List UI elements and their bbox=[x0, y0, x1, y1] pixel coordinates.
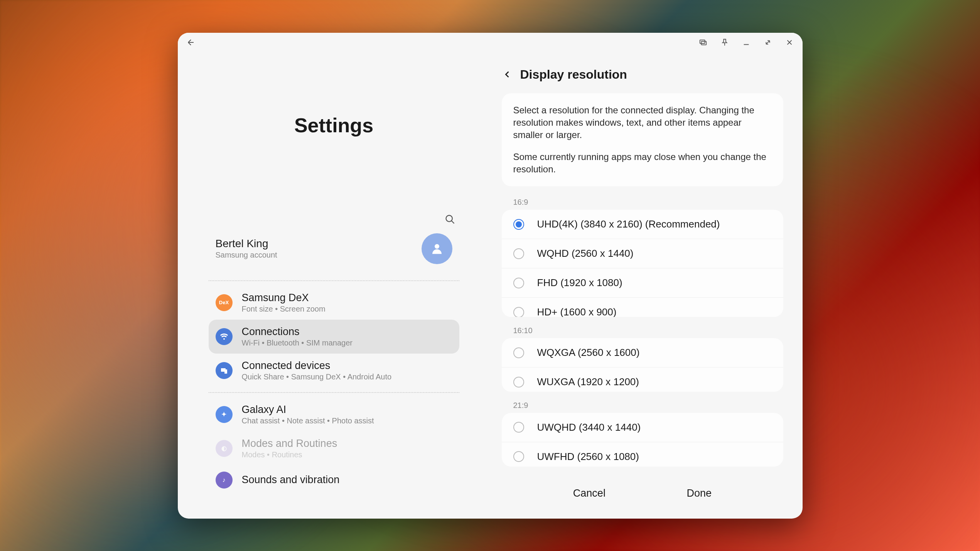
page-title: Settings bbox=[209, 114, 459, 137]
radio-label: WQXGA (2560 x 1600) bbox=[537, 347, 640, 359]
maximize-icon[interactable] bbox=[762, 37, 773, 48]
sidebar-item-label: Connected devices bbox=[242, 360, 392, 372]
window-titlebar bbox=[178, 33, 803, 52]
radio-group-16-9: UHD(4K) (3840 x 2160) (Recommended) WQHD… bbox=[502, 210, 783, 317]
sidebar-item-modes-routines[interactable]: ◐ Modes and Routines Modes • Routines bbox=[209, 431, 459, 465]
radio-label: UHD(4K) (3840 x 2160) (Recommended) bbox=[537, 218, 720, 230]
radio-option-uwfhd[interactable]: UWFHD (2560 x 1080) bbox=[502, 442, 783, 467]
sidebar-item-sub: Wi-Fi • Bluetooth • SIM manager bbox=[242, 339, 353, 347]
sidebar-item-label: Connections bbox=[242, 326, 353, 338]
sidebar-item-samsung-dex[interactable]: DeX Samsung DeX Font size • Screen zoom bbox=[209, 286, 459, 320]
group-label-16-10: 16:10 bbox=[513, 326, 783, 335]
svg-point-3 bbox=[435, 244, 439, 249]
chevron-left-icon[interactable] bbox=[502, 69, 513, 80]
sound-icon: ♪ bbox=[216, 472, 233, 489]
radio-option-uhd4k[interactable]: UHD(4K) (3840 x 2160) (Recommended) bbox=[502, 210, 783, 239]
monitor-icon[interactable] bbox=[698, 37, 708, 48]
wifi-icon bbox=[216, 328, 233, 345]
sidebar-item-sub: Modes • Routines bbox=[242, 450, 337, 459]
settings-window: Settings Bertel King Samsung account bbox=[178, 33, 803, 519]
dex-icon: DeX bbox=[216, 294, 233, 311]
detail-title: Display resolution bbox=[520, 67, 627, 82]
sidebar-item-galaxy-ai[interactable]: ✦ Galaxy AI Chat assist • Note assist • … bbox=[209, 398, 459, 431]
radio-button[interactable] bbox=[513, 219, 524, 230]
radio-group-21-9: UWQHD (3440 x 1440) UWFHD (2560 x 1080) bbox=[502, 413, 783, 467]
radio-label: WUXGA (1920 x 1200) bbox=[537, 376, 639, 388]
divider bbox=[209, 280, 459, 281]
sidebar-item-connections[interactable]: Connections Wi-Fi • Bluetooth • SIM mana… bbox=[209, 320, 459, 354]
sidebar-item-sub: Quick Share • Samsung DeX • Android Auto bbox=[242, 372, 392, 381]
account-name: Bertel King bbox=[216, 238, 277, 250]
settings-sidebar: Settings Bertel King Samsung account bbox=[178, 52, 490, 519]
group-label-16-9: 16:9 bbox=[513, 198, 783, 207]
radio-group-16-10: WQXGA (2560 x 1600) WUXGA (1920 x 1200) bbox=[502, 338, 783, 392]
radio-option-wqhd[interactable]: WQHD (2560 x 1440) bbox=[502, 239, 783, 268]
sidebar-item-label: Sounds and vibration bbox=[242, 474, 340, 486]
radio-option-fhd[interactable]: FHD (1920 x 1080) bbox=[502, 268, 783, 297]
footer-buttons: Cancel Done bbox=[502, 472, 783, 511]
radio-button[interactable] bbox=[513, 248, 524, 259]
radio-button[interactable] bbox=[513, 278, 524, 288]
ai-icon: ✦ bbox=[216, 406, 233, 423]
sidebar-item-label: Modes and Routines bbox=[242, 438, 337, 450]
sidebar-item-sub: Chat assist • Note assist • Photo assist bbox=[242, 416, 374, 425]
back-arrow-icon[interactable] bbox=[186, 37, 196, 48]
radio-button[interactable] bbox=[513, 347, 524, 358]
account-sub: Samsung account bbox=[216, 251, 277, 259]
window-content: Settings Bertel King Samsung account bbox=[178, 52, 803, 519]
modes-icon: ◐ bbox=[216, 440, 233, 457]
group-label-21-9: 21:9 bbox=[513, 401, 783, 410]
detail-pane: Display resolution Select a resolution f… bbox=[490, 52, 803, 519]
radio-button[interactable] bbox=[513, 422, 524, 433]
cancel-button[interactable]: Cancel bbox=[558, 484, 621, 503]
avatar[interactable] bbox=[422, 233, 452, 264]
sidebar-item-label: Samsung DeX bbox=[242, 292, 326, 304]
divider bbox=[209, 392, 459, 393]
info-text-2: Some currently running apps may close wh… bbox=[513, 151, 772, 176]
done-button[interactable]: Done bbox=[671, 484, 727, 503]
radio-label: HD+ (1600 x 900) bbox=[537, 306, 617, 317]
svg-rect-0 bbox=[700, 40, 705, 43]
radio-label: WQHD (2560 x 1440) bbox=[537, 248, 634, 259]
radio-option-uwqhd[interactable]: UWQHD (3440 x 1440) bbox=[502, 413, 783, 442]
info-card: Select a resolution for the connected di… bbox=[502, 93, 783, 187]
radio-label: UWQHD (3440 x 1440) bbox=[537, 421, 641, 433]
radio-option-wuxga[interactable]: WUXGA (1920 x 1200) bbox=[502, 367, 783, 392]
svg-rect-1 bbox=[701, 41, 706, 45]
sidebar-item-connected-devices[interactable]: Connected devices Quick Share • Samsung … bbox=[209, 354, 459, 388]
radio-button[interactable] bbox=[513, 451, 524, 462]
radio-button[interactable] bbox=[513, 377, 524, 388]
sidebar-item-sub: Font size • Screen zoom bbox=[242, 305, 326, 313]
sidebar-item-label: Galaxy AI bbox=[242, 404, 374, 416]
svg-point-2 bbox=[446, 215, 452, 221]
radio-label: FHD (1920 x 1080) bbox=[537, 277, 622, 289]
radio-option-wqxga[interactable]: WQXGA (2560 x 1600) bbox=[502, 338, 783, 367]
radio-button[interactable] bbox=[513, 307, 524, 317]
minimize-icon[interactable] bbox=[741, 37, 752, 48]
pin-icon[interactable] bbox=[719, 37, 730, 48]
radio-label: UWFHD (2560 x 1080) bbox=[537, 451, 639, 463]
devices-icon bbox=[216, 362, 233, 379]
search-icon[interactable] bbox=[445, 214, 455, 225]
sidebar-item-sounds[interactable]: ♪ Sounds and vibration bbox=[209, 465, 459, 495]
detail-header: Display resolution bbox=[502, 67, 783, 82]
close-icon[interactable] bbox=[784, 37, 795, 48]
info-text-1: Select a resolution for the connected di… bbox=[513, 104, 772, 142]
account-row[interactable]: Bertel King Samsung account bbox=[209, 229, 459, 276]
svg-rect-5 bbox=[224, 369, 227, 374]
radio-option-hdplus[interactable]: HD+ (1600 x 900) bbox=[502, 297, 783, 317]
